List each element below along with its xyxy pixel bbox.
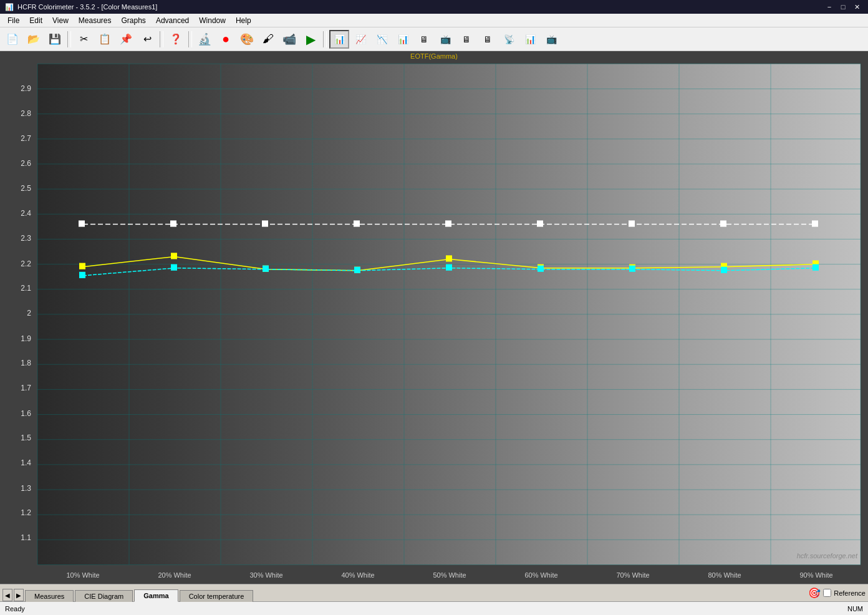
reference-check: 🎯 Reference xyxy=(808,587,866,601)
ref-point-5 xyxy=(445,220,451,226)
svg-text:20% White: 20% White xyxy=(158,571,191,579)
svg-text:10% White: 10% White xyxy=(66,571,99,579)
cyan-point-3 xyxy=(263,266,269,272)
svg-text:1.5: 1.5 xyxy=(21,433,31,442)
separator-4 xyxy=(323,31,327,47)
svg-text:50% White: 50% White xyxy=(433,571,466,579)
ref-point-1 xyxy=(79,220,85,226)
help-button[interactable]: ❓ xyxy=(166,30,186,49)
new-button[interactable]: 📄 xyxy=(2,30,22,49)
keyboard-mode: NUM xyxy=(847,605,863,613)
svg-text:1.2: 1.2 xyxy=(21,508,31,517)
cut-button[interactable]: ✂ xyxy=(74,30,94,49)
reference-label: Reference xyxy=(834,589,866,597)
svg-text:2.7: 2.7 xyxy=(21,134,31,143)
cyan-point-1 xyxy=(79,272,85,278)
separator-2 xyxy=(160,31,163,47)
chart-btn-1[interactable]: 📊 xyxy=(329,30,349,49)
tab-color-temp[interactable]: Color temperature xyxy=(180,590,254,602)
chart-btn-11[interactable]: 📺 xyxy=(541,30,561,49)
menu-window[interactable]: Window xyxy=(194,15,231,26)
run-button[interactable]: ▶ xyxy=(301,30,321,49)
menu-file[interactable]: File xyxy=(2,15,24,26)
chart-btn-10[interactable]: 📊 xyxy=(520,30,540,49)
cyan-point-8 xyxy=(721,267,727,273)
yellow-point-1 xyxy=(79,263,85,269)
window-title: HCFR Colorimeter - 3.5.2 - [Color Measur… xyxy=(17,3,157,11)
main-area: EOTF(Gamma) xyxy=(0,51,868,584)
cyan-point-7 xyxy=(629,266,635,272)
tab-bar: ◀ ▶ Measures CIE Diagram Gamma Color tem… xyxy=(0,584,868,601)
cyan-point-4 xyxy=(354,267,360,273)
chart-svg: 2.9 2.8 2.7 2.6 2.5 2.4 2.3 2.2 2.1 2 1.… xyxy=(0,51,868,584)
red-button[interactable]: ● xyxy=(216,30,236,49)
minimize-button[interactable]: − xyxy=(823,1,836,12)
chart-btn-8[interactable]: 🖥 xyxy=(478,30,498,49)
chart-btn-5[interactable]: 🖥 xyxy=(414,30,434,49)
colors2-button[interactable]: 🖌 xyxy=(258,30,278,49)
svg-text:2.6: 2.6 xyxy=(21,159,31,168)
menu-help[interactable]: Help xyxy=(231,15,256,26)
menu-view[interactable]: View xyxy=(47,15,74,26)
video-button[interactable]: 📹 xyxy=(279,30,299,49)
yellow-point-5 xyxy=(446,255,452,261)
menu-graphs[interactable]: Graphs xyxy=(117,15,151,26)
tab-gamma[interactable]: Gamma xyxy=(134,589,178,602)
svg-text:30% White: 30% White xyxy=(249,571,282,579)
chart-btn-9[interactable]: 📡 xyxy=(499,30,519,49)
cyan-point-6 xyxy=(538,266,544,272)
chart-btn-7[interactable]: 🖥 xyxy=(456,30,476,49)
chart-btn-4[interactable]: 📊 xyxy=(393,30,413,49)
svg-text:2.9: 2.9 xyxy=(21,84,31,93)
separator-3 xyxy=(188,31,192,47)
chart-btn-3[interactable]: 📉 xyxy=(372,30,392,49)
ref-point-3 xyxy=(262,220,268,226)
menu-edit[interactable]: Edit xyxy=(24,15,47,26)
svg-text:1.8: 1.8 xyxy=(21,359,31,367)
graph-container: EOTF(Gamma) xyxy=(0,51,868,584)
cyan-point-5 xyxy=(446,264,452,271)
tab-measures[interactable]: Measures xyxy=(25,590,74,602)
copy-button[interactable]: 📋 xyxy=(95,30,115,49)
svg-text:80% White: 80% White xyxy=(708,571,741,579)
reference-checkbox[interactable] xyxy=(823,589,831,597)
tab-scroll-right[interactable]: ▶ xyxy=(14,589,24,601)
undo-button[interactable]: ↩ xyxy=(137,30,157,49)
maximize-button[interactable]: □ xyxy=(837,1,849,12)
tab-scroll-left[interactable]: ◀ xyxy=(2,589,12,601)
chart-btn-6[interactable]: 📺 xyxy=(435,30,455,49)
save-button[interactable]: 💾 xyxy=(45,30,65,49)
ref-point-8 xyxy=(720,220,726,226)
reference-icon: 🎯 xyxy=(808,587,821,599)
status-text: Ready xyxy=(5,605,25,613)
title-bar: 📊 HCFR Colorimeter - 3.5.2 - [Color Meas… xyxy=(0,0,868,14)
menu-advanced[interactable]: Advanced xyxy=(151,15,194,26)
menu-measures[interactable]: Measures xyxy=(74,15,117,26)
app-icon: 📊 xyxy=(5,3,14,11)
svg-text:2.3: 2.3 xyxy=(21,234,31,243)
probe-button[interactable]: 🔬 xyxy=(195,30,215,49)
svg-text:hcfr.sourceforge.net: hcfr.sourceforge.net xyxy=(797,552,858,559)
chart-btn-2[interactable]: 📈 xyxy=(350,30,370,49)
tab-cie[interactable]: CIE Diagram xyxy=(75,590,133,602)
svg-text:2.5: 2.5 xyxy=(21,184,31,193)
yellow-point-2 xyxy=(171,253,177,259)
svg-text:2.8: 2.8 xyxy=(21,109,31,118)
ref-point-7 xyxy=(629,220,635,226)
svg-text:1.9: 1.9 xyxy=(21,334,31,343)
toolbar: 📄 📂 💾 ✂ 📋 📌 ↩ ❓ 🔬 ● 🎨 🖌 📹 ▶ 📊 📈 📉 📊 🖥 📺 … xyxy=(0,27,868,51)
open-button[interactable]: 📂 xyxy=(24,30,44,49)
svg-text:2.2: 2.2 xyxy=(21,259,31,268)
status-bar: Ready NUM xyxy=(0,601,868,615)
close-button[interactable]: ✕ xyxy=(851,1,863,12)
ref-point-9 xyxy=(812,220,818,226)
svg-text:1.3: 1.3 xyxy=(21,483,31,492)
svg-text:90% White: 90% White xyxy=(799,571,832,579)
ref-point-2 xyxy=(170,220,176,226)
ref-point-6 xyxy=(537,220,543,226)
separator-1 xyxy=(67,31,71,47)
paste-button[interactable]: 📌 xyxy=(116,30,136,49)
colors-button[interactable]: 🎨 xyxy=(237,30,257,49)
svg-text:60% White: 60% White xyxy=(524,571,557,579)
ref-point-4 xyxy=(354,220,360,226)
